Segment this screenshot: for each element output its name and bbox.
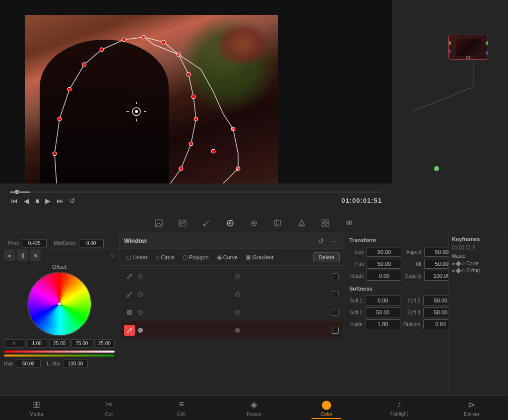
tracker-tool[interactable] [247, 216, 261, 230]
color-value-1[interactable]: n [4, 339, 24, 348]
kf-label-1: > [462, 261, 465, 266]
soft4-label: Soft 4 [403, 310, 420, 315]
polygon-shape-btn[interactable]: ⬡ Polygon [180, 252, 212, 262]
svg-point-2 [58, 117, 62, 121]
color-wheel-container[interactable] [4, 272, 115, 336]
window-more-btn[interactable]: ··· [329, 236, 339, 246]
layer-checkbox-2[interactable] [332, 291, 339, 298]
svg-point-13 [189, 142, 193, 146]
fusion-label: Fusion [247, 412, 261, 417]
color-mode-zoom-btn[interactable]: ⊕ [30, 250, 41, 261]
kf-diamond-2 [455, 268, 461, 273]
svg-point-1 [53, 152, 57, 156]
loop-button[interactable]: ↺ [68, 196, 76, 206]
color-slider-1[interactable] [4, 351, 115, 353]
gradient-label: Gradient [253, 254, 273, 260]
play-button[interactable]: ▶ [44, 196, 52, 206]
node-box[interactable]: 01 [448, 35, 488, 60]
skip-to-start-button[interactable]: ⏮ [10, 196, 19, 206]
lmix-label: L. Mix [47, 361, 60, 366]
color-value-4[interactable]: 25.00 [71, 339, 92, 348]
color-panel: Pivot Mid/Detail ● ||| ⊕ ↺ Offset [0, 233, 119, 420]
reset-icon[interactable]: ↺ [111, 253, 115, 258]
3d-tool[interactable]: 3D [342, 216, 356, 230]
active-nav-indicator [312, 418, 341, 419]
color-mode-bars-btn[interactable]: ||| [17, 250, 28, 261]
color-slider-row-1 [4, 351, 115, 353]
scope-tool[interactable] [176, 216, 190, 230]
layer-row[interactable] [121, 321, 342, 339]
svg-point-10 [187, 72, 190, 76]
rotate-label: Rotate [349, 273, 364, 279]
linear-shape-btn[interactable]: ◻ Linear [123, 252, 151, 262]
svg-line-40 [183, 221, 184, 224]
soft3-input[interactable] [366, 307, 400, 317]
window-tool[interactable] [223, 216, 237, 230]
color-slider-2[interactable] [4, 355, 115, 357]
soft3-label: Soft 3 [349, 310, 363, 315]
color-value-2[interactable]: 1.00 [26, 339, 47, 348]
inside-input[interactable] [366, 319, 400, 329]
flag-tool[interactable] [271, 216, 285, 230]
kf-row-1-label: Corre [466, 261, 479, 266]
color-value-5[interactable]: 25.00 [94, 339, 115, 348]
node-editor[interactable]: 01 [392, 0, 508, 213]
node-blue-output-connector[interactable] [486, 51, 488, 55]
layer-pencil-icon [124, 271, 135, 282]
size-input[interactable] [367, 247, 401, 257]
nav-deliver[interactable]: ⊳ Deliver [436, 397, 508, 419]
layer-checkbox-4[interactable] [332, 327, 339, 334]
mid-detail-input[interactable] [79, 239, 104, 247]
node-output-connector[interactable] [486, 41, 488, 45]
curve-shape-btn[interactable]: ◉ Curve [214, 252, 241, 262]
picker-tool[interactable] [199, 216, 213, 230]
gradient-shape-btn[interactable]: ▣ Gradient [243, 252, 276, 262]
edit-icon: ≡ [179, 399, 184, 410]
step-back-button[interactable]: ◀ [23, 196, 30, 206]
hue-input[interactable] [16, 360, 41, 368]
cut-label: Cut [105, 412, 113, 417]
circle-shape-btn[interactable]: ○ Circle [153, 252, 178, 262]
delete-shape-btn[interactable]: Delete [313, 252, 340, 262]
layer-dot-7 [138, 328, 143, 333]
media-label: Media [30, 412, 43, 417]
keyframes-title: Keyframes [452, 236, 505, 242]
video-canvas[interactable] [25, 15, 278, 198]
gallery-tool[interactable] [318, 216, 332, 230]
color-mode-circle-btn[interactable]: ● [4, 250, 15, 261]
layer-checkbox-3[interactable] [332, 309, 339, 316]
color-icons: ● ||| ⊕ [4, 250, 41, 261]
lut-tool[interactable] [295, 216, 309, 230]
node-wires [392, 0, 508, 213]
color-wheel[interactable] [27, 272, 92, 336]
fairlight-icon: ♪ [397, 399, 401, 410]
layer-checkbox-1[interactable] [332, 273, 339, 280]
nav-cut[interactable]: ✂ Cut [72, 397, 145, 419]
hue-label: Hue [4, 361, 13, 366]
nav-media[interactable]: ⊞ Media [0, 397, 72, 419]
window-title: Window [124, 238, 147, 244]
mask-overlay [25, 15, 278, 198]
curve-editor-tool[interactable] [152, 216, 166, 230]
pivot-row: Pivot Mid/Detail [4, 237, 115, 250]
window-undo-btn[interactable]: ↺ [316, 236, 326, 246]
pan-input[interactable] [367, 259, 401, 269]
soft1-input[interactable] [366, 296, 400, 305]
pivot-input[interactable] [22, 239, 47, 247]
timecode: 01:00:01:51 [341, 197, 382, 204]
progress-bar[interactable] [10, 191, 382, 193]
lmix-input[interactable] [63, 360, 88, 368]
keyframes-timecode: 01:00:01:5 [452, 245, 505, 250]
nav-edit[interactable]: ≡ Edit [145, 397, 218, 419]
svg-line-34 [412, 87, 474, 112]
stop-button[interactable]: ■ [34, 196, 40, 206]
layer-dot-4 [235, 292, 240, 297]
nav-fusion[interactable]: ◈ Fusion [218, 397, 290, 419]
skip-to-end-button[interactable]: ⏭ [56, 196, 64, 206]
color-value-3[interactable]: 25.00 [49, 339, 69, 348]
nav-fairlight[interactable]: ♪ Fairlight [363, 397, 435, 419]
svg-rect-56 [326, 220, 329, 223]
nav-color[interactable]: ⬤ Color [290, 397, 363, 419]
rotate-input[interactable] [367, 271, 401, 281]
node-green-dot[interactable] [434, 166, 439, 171]
